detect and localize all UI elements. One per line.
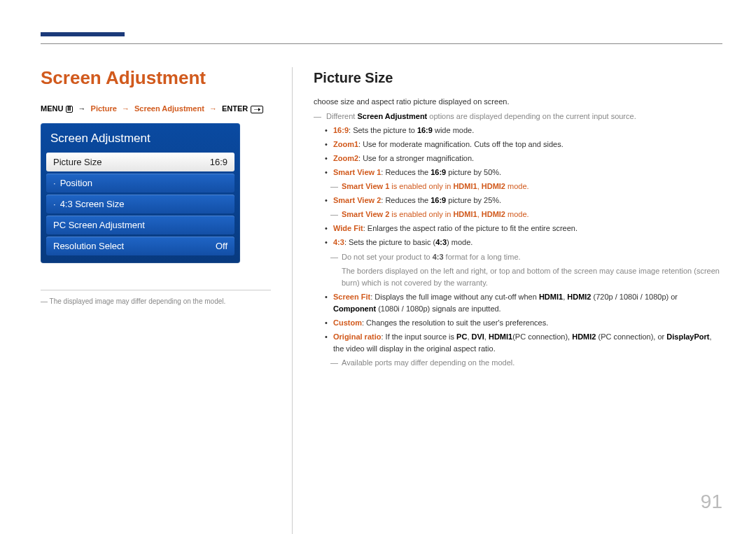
right-column: Picture Size choose size and aspect rati… [293, 67, 722, 534]
osd-panel: Screen Adjustment Picture Size 16:9 Posi… [41, 123, 240, 263]
note-smart-view-1: Smart View 1 is enabled only in HDMI1, H… [314, 181, 722, 192]
enter-icon [251, 106, 263, 113]
note-4-3-caution: Do not set your product to 4:3 format fo… [314, 251, 722, 263]
page-number: 91 [701, 491, 722, 513]
subsection-heading: Picture Size [314, 67, 722, 89]
item-wide-fit: Wide Fit: Enlarges the aspect ratio of t… [314, 223, 722, 234]
left-column: Screen Adjustment MENU Ⅲ → Picture → Scr… [41, 67, 293, 534]
osd-row-label: Resolution Select [53, 241, 216, 251]
header-divider [41, 43, 722, 44]
menu-icon: Ⅲ [66, 106, 73, 113]
arrow-icon: → [209, 104, 217, 113]
osd-row-43-screen-size[interactable]: 4:3 Screen Size [46, 195, 234, 213]
breadcrumb-step: Picture [91, 104, 117, 113]
breadcrumb-step: Screen Adjustment [134, 104, 204, 113]
osd-row-label: PC Screen Adjustment [53, 220, 227, 230]
item-screen-fit: Screen Fit: Displays the full image with… [314, 291, 722, 315]
content-area: Screen Adjustment MENU Ⅲ → Picture → Scr… [41, 67, 722, 534]
divider [41, 290, 271, 290]
osd-row-value: 16:9 [210, 157, 227, 167]
osd-row-label: Picture Size [53, 157, 210, 167]
item-smart-view-2: Smart View 2: Reduces the 16:9 picture b… [314, 195, 722, 206]
breadcrumb-enter: ENTER [222, 104, 248, 113]
section-heading: Screen Adjustment [41, 67, 271, 89]
osd-row-value: Off [216, 241, 227, 251]
note-ports-differ: Available ports may differ depending on … [314, 357, 722, 369]
item-zoom1: Zoom1: Use for moderate magnification. C… [314, 139, 722, 150]
osd-row-label: Position [60, 178, 227, 188]
osd-row-position[interactable]: Position [46, 174, 234, 192]
breadcrumb-menu: MENU [41, 104, 63, 113]
item-smart-view-1: Smart View 1: Reduces the 16:9 picture b… [314, 167, 722, 178]
header-accent-bar [41, 32, 125, 36]
osd-row-resolution-select[interactable]: Resolution Select Off [46, 237, 234, 255]
intro-text: choose size and aspect ratio picture dis… [314, 96, 722, 108]
note-smart-view-2: Smart View 2 is enabled only in HDMI1, H… [314, 209, 722, 220]
item-4-3: 4:3: Sets the picture to basic (4:3) mod… [314, 237, 722, 248]
osd-row-pc-screen-adjustment[interactable]: PC Screen Adjustment [46, 216, 234, 234]
osd-row-label: 4:3 Screen Size [60, 199, 227, 209]
osd-row-picture-size[interactable]: Picture Size 16:9 [46, 153, 234, 171]
item-zoom2: Zoom2: Use for a stronger magnification. [314, 153, 722, 164]
item-original-ratio: Original ratio: If the input source is P… [314, 331, 722, 355]
item-16-9: 16:9: Sets the picture to 16:9 wide mode… [314, 125, 722, 136]
arrow-icon: → [122, 104, 130, 113]
model-footnote: The displayed image may differ depending… [41, 297, 271, 305]
note-different-options: Different Screen Adjustment options are … [314, 111, 722, 122]
arrow-icon: → [78, 104, 86, 113]
osd-title: Screen Adjustment [46, 130, 234, 153]
item-custom: Custom: Changes the resolution to suit t… [314, 317, 722, 329]
breadcrumb: MENU Ⅲ → Picture → Screen Adjustment → E… [41, 104, 271, 113]
note-4-3-burn: The borders displayed on the left and ri… [314, 265, 722, 289]
